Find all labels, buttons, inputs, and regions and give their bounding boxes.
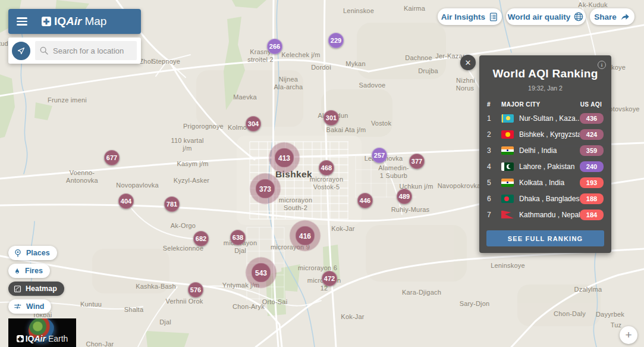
rank-number: 3 — [487, 146, 501, 155]
aqi-marker[interactable]: 373 — [256, 179, 275, 199]
aqi-marker[interactable]: 472 — [322, 271, 337, 286]
map-place-label: Leninskoye — [491, 262, 525, 270]
info-icon[interactable]: i — [598, 61, 606, 69]
iqair-earth-widget[interactable]: ✚ IQAir Earth — [8, 318, 76, 347]
world-air-quality-button[interactable]: World air quality — [506, 8, 586, 25]
earth-logo-air: Air — [34, 334, 45, 343]
map-place-label: Kolmo — [228, 124, 247, 132]
map-place-label: 110 kvartal j/m — [171, 137, 203, 152]
aqi-marker[interactable]: 489 — [397, 189, 412, 204]
aqi-marker[interactable]: 682 — [193, 231, 209, 246]
aqi-marker[interactable]: 266 — [267, 39, 282, 54]
map-place-label: koye — [611, 64, 626, 71]
aqi-marker[interactable]: 257 — [372, 148, 387, 163]
map-place-label: Ruhiy-Muras — [391, 206, 430, 214]
ranking-row[interactable]: 7Kathmandu , Nepal184 — [479, 207, 611, 223]
aqi-marker[interactable]: 413 — [275, 148, 294, 168]
iqair-plus-icon: ✚ — [42, 17, 51, 26]
map-place-label: Dzalylma — [574, 286, 602, 293]
aqi-marker[interactable]: 446 — [357, 193, 373, 208]
flag-np-icon — [501, 211, 514, 219]
iqair-map-logo[interactable]: ✚ IQAir Map — [42, 15, 106, 28]
fires-label: Fires — [25, 267, 43, 275]
map-place-label: Kyzyl-Asker — [174, 177, 209, 185]
map-place-label: Nizhni — [456, 77, 475, 85]
map-place-label: Navopokrovka — [438, 182, 481, 190]
col-city: MAJOR CITY — [501, 101, 579, 108]
search-icon — [39, 46, 49, 55]
map-place-label: microrayon Vostok-5 — [310, 176, 343, 190]
wind-toggle[interactable]: Wind — [8, 299, 51, 314]
aqi-marker[interactable]: 576 — [188, 282, 203, 298]
map-place-label: otovskoye — [609, 105, 639, 113]
earth-logo-iq: IQ — [26, 334, 34, 343]
map-place-label: Shalta — [124, 306, 143, 314]
city-name: Lahore , Pakistan — [519, 162, 580, 171]
panel-title: World AQI Ranking — [479, 67, 611, 80]
aqi-marker[interactable]: 781 — [164, 196, 180, 212]
menu-icon[interactable] — [17, 15, 27, 27]
flag-pk-icon — [501, 162, 514, 171]
map-place-label: Drujba — [418, 67, 438, 75]
city-name: Kolkata , India — [519, 179, 580, 187]
world-air-quality-label: World air quality — [508, 12, 571, 21]
list-icon — [488, 12, 498, 22]
locate-me-button[interactable] — [12, 42, 30, 60]
aqi-marker[interactable]: 301 — [323, 110, 339, 126]
ranking-row[interactable]: 1Nur-Sultan , Kaza...436 — [479, 110, 611, 126]
ranking-row[interactable]: 2Bishkek , Kyrgyzstan424 — [479, 126, 611, 142]
aqi-badge: 188 — [580, 193, 604, 204]
close-icon[interactable]: ✕ — [460, 55, 476, 70]
air-insights-button[interactable]: Air Insights — [438, 8, 502, 25]
map-place-label: Chon-Jar — [86, 340, 114, 347]
map-place-label: Voenno- Antonovka — [66, 169, 98, 184]
flag-kz-icon — [501, 114, 514, 123]
city-name: Nur-Sultan , Kaza... — [519, 114, 580, 123]
aqi-marker[interactable]: 416 — [296, 226, 315, 246]
aqi-marker[interactable]: 404 — [118, 193, 134, 209]
aqi-marker[interactable]: 677 — [104, 150, 120, 165]
flag-bd-icon — [501, 195, 514, 203]
world-aqi-ranking-panel: ✕ i World AQI Ranking 19:32, Jan 2 # MAJ… — [479, 55, 611, 253]
city-name: Bishkek , Kyrgyzstan — [519, 130, 580, 139]
rank-number: 7 — [487, 211, 501, 219]
city-label-bishkek: Bishkek — [275, 169, 312, 180]
map-place-label: Alamedin- 1 Suburb — [378, 164, 409, 179]
ranking-row[interactable]: 6Dhaka , Bangladesh188 — [479, 190, 611, 207]
ranking-row[interactable]: 5Kolkata , India193 — [479, 174, 611, 190]
zoom-in-button[interactable]: + — [620, 326, 637, 344]
aqi-marker[interactable]: 638 — [230, 230, 246, 245]
places-toggle[interactable]: Places — [8, 246, 57, 260]
share-button[interactable]: Share — [590, 8, 634, 25]
map-place-label: Dachnoe — [405, 54, 432, 62]
map-place-label: Leninskoe — [343, 7, 374, 15]
aqi-marker[interactable]: 229 — [328, 33, 344, 48]
aqi-marker[interactable]: 377 — [409, 154, 425, 169]
map-place-label: Verhnii Orok — [166, 298, 203, 305]
ranking-row[interactable]: 4Lahore , Pakistan240 — [479, 158, 611, 174]
heatmap-toggle[interactable]: Heatmap — [8, 282, 64, 296]
map-place-label: microrayon South-2 — [279, 196, 312, 211]
col-aqi: US AQI — [579, 101, 604, 108]
aqi-marker[interactable]: 304 — [246, 116, 261, 132]
map-place-label: Stepnoye — [152, 58, 180, 65]
places-pin-icon — [13, 248, 23, 258]
map-place-label: Kok-Jar — [341, 313, 364, 321]
map-canvas[interactable]: LeninskoeKairmaAk-KuduktudKrasny stroite… — [0, 0, 644, 347]
aqi-marker[interactable]: 468 — [319, 160, 334, 176]
see-full-ranking-button[interactable]: SEE FULL RANKING — [486, 230, 604, 246]
flag-kg-icon — [501, 130, 514, 139]
aqi-badge: 193 — [580, 177, 604, 188]
search-input[interactable] — [35, 41, 137, 60]
flag-in-icon — [501, 146, 514, 155]
share-arrow-icon — [620, 11, 630, 22]
logo-map: Map — [84, 15, 106, 28]
aqi-badge: 424 — [580, 129, 604, 140]
map-place-label: Sadovoe — [359, 82, 386, 89]
aqi-marker[interactable]: 543 — [252, 263, 271, 283]
fires-toggle[interactable]: Fires — [8, 264, 50, 278]
search-card — [8, 37, 141, 64]
ranking-row[interactable]: 3Delhi , India359 — [479, 142, 611, 158]
map-place-label: Prigorognoye — [183, 123, 224, 130]
map-place-label: Ak-Orgo — [171, 222, 196, 230]
